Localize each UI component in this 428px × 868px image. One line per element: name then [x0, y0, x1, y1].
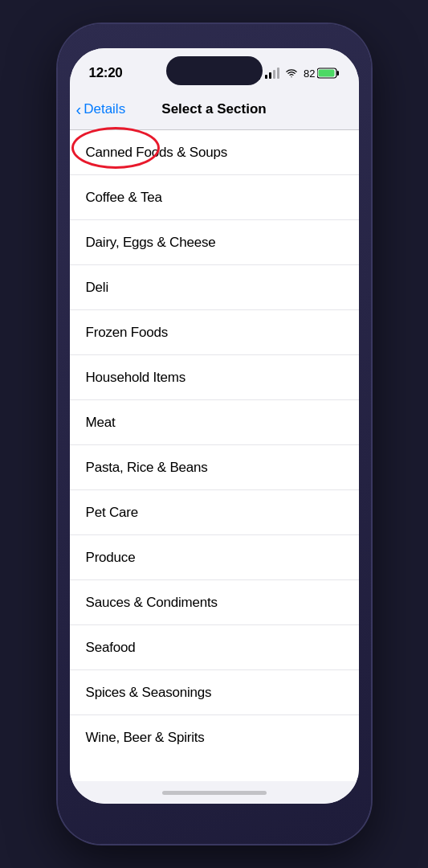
section-list: Canned Foods & SoupsCoffee & TeaDairy, E…	[70, 130, 359, 781]
list-item-label: Spices & Seasonings	[86, 685, 212, 701]
svg-point-5	[291, 76, 291, 77]
list-item[interactable]: Deli	[70, 265, 359, 310]
list-item-label: Pet Care	[86, 505, 139, 521]
svg-rect-7	[336, 71, 339, 76]
battery-icon	[317, 68, 340, 79]
list-item[interactable]: Pasta, Rice & Beans	[70, 445, 359, 490]
battery-indicator: 82	[304, 68, 339, 80]
back-button[interactable]: ‹ Details	[76, 101, 126, 117]
home-indicator	[70, 781, 359, 804]
battery-level: 82	[304, 68, 315, 80]
nav-bar: ‹ Details Select a Section	[70, 88, 359, 130]
list-item-label: Household Items	[86, 370, 186, 386]
list-item-label: Dairy, Eggs & Cheese	[86, 235, 216, 251]
list-item-label: Produce	[86, 550, 136, 566]
list-item[interactable]: Wine, Beer & Spirits	[70, 715, 359, 760]
svg-rect-8	[318, 70, 334, 77]
list-item-label: Pasta, Rice & Beans	[86, 460, 208, 476]
back-label: Details	[84, 101, 125, 117]
svg-rect-4	[277, 68, 279, 79]
list-item[interactable]: Coffee & Tea	[70, 175, 359, 220]
wifi-icon	[284, 68, 299, 79]
list-item[interactable]: Dairy, Eggs & Cheese	[70, 220, 359, 265]
list-item-label: Frozen Foods	[86, 325, 168, 341]
list-item[interactable]: Canned Foods & Soups	[70, 130, 359, 175]
phone-frame: 12:20	[58, 24, 371, 844]
list-item[interactable]: Meat	[70, 400, 359, 445]
screen: 12:20	[70, 48, 359, 804]
list-item[interactable]: Frozen Foods	[70, 310, 359, 355]
home-bar	[162, 791, 267, 795]
list-item[interactable]: Sauces & Condiments	[70, 580, 359, 625]
svg-rect-3	[273, 70, 275, 79]
list-item[interactable]: Spices & Seasonings	[70, 670, 359, 715]
list-item-label: Coffee & Tea	[86, 190, 162, 206]
nav-title: Select a Section	[161, 101, 266, 117]
list-item-label: Meat	[86, 415, 116, 431]
list-item[interactable]: Produce	[70, 535, 359, 580]
list-item-label: Wine, Beer & Spirits	[86, 730, 205, 746]
signal-icon	[265, 68, 279, 79]
list-item[interactable]: Pet Care	[70, 490, 359, 535]
status-time: 12:20	[89, 65, 123, 81]
back-chevron-icon: ‹	[76, 101, 82, 117]
dynamic-island	[166, 56, 263, 85]
list-item[interactable]: Seafood	[70, 625, 359, 670]
list-item-label: Seafood	[86, 640, 136, 656]
list-item-label: Canned Foods & Soups	[86, 145, 228, 161]
svg-rect-2	[269, 72, 271, 79]
svg-rect-1	[265, 75, 267, 79]
list-item-label: Deli	[86, 280, 109, 296]
list-item[interactable]: Household Items	[70, 355, 359, 400]
list-item-label: Sauces & Condiments	[86, 595, 218, 611]
